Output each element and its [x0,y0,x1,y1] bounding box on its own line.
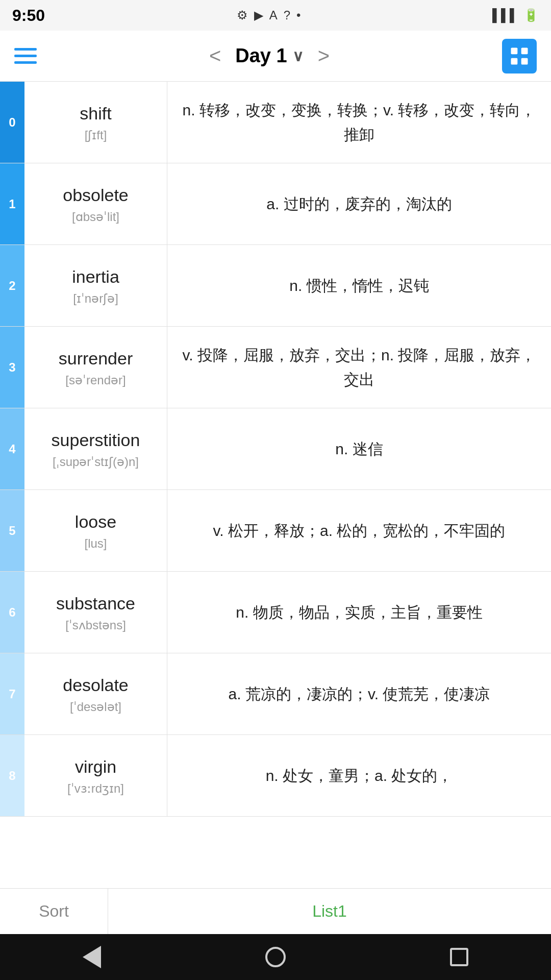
word-phonetic: [səˈrendər] [65,373,126,387]
word-index: 8 [0,735,24,816]
word-index: 2 [0,245,24,326]
word-cell: inertia[ɪˈnərʃə] [24,245,167,326]
grid-icon [508,45,531,67]
word-definition: v. 投降，屈服，放弃，交出；n. 投降，屈服，放弃，交出 [167,327,551,408]
table-row[interactable]: 5loose[lus]v. 松开，释放；a. 松的，宽松的，不牢固的 [0,490,551,572]
word-english: substance [56,592,135,615]
word-english: loose [75,510,116,533]
android-nav-bar [0,934,551,980]
nav-next-button[interactable]: > [310,44,338,67]
list1-tab[interactable]: List1 [108,889,551,934]
word-english: shift [80,102,111,125]
status-bar: 9:50 ⚙ ▶ A ? • ▌▌▌ 🔋 [0,0,551,31]
word-english: obsolete [63,184,129,206]
word-list: 0shift[ʃɪft]n. 转移，改变，变换，转换；v. 转移，改变，转向，推… [0,82,551,888]
play-icon: ▶ [254,8,263,22]
help-icon: ? [284,8,290,22]
word-index: 7 [0,653,24,734]
word-definition: n. 迷信 [167,408,551,489]
word-english: surrender [59,347,133,370]
nav-prev-button[interactable]: < [201,44,229,67]
word-phonetic: [lus] [84,536,107,551]
svg-rect-2 [511,58,518,64]
hamburger-menu-button[interactable] [14,48,37,64]
table-row[interactable]: 6substance[ˈsʌbstəns]n. 物质，物品，实质，主旨，重要性 [0,572,551,653]
word-cell: virgin[ˈvɜːrdʒɪn] [24,735,167,816]
word-definition: a. 过时的，废弃的，淘汰的 [167,163,551,244]
svg-rect-3 [521,58,528,64]
word-phonetic: [ɪˈnərʃə] [73,291,118,306]
recent-button[interactable] [444,942,474,972]
signal-icon: ▌▌▌ [492,8,518,22]
sort-tab[interactable]: Sort [0,889,108,934]
day-title-label: Day 1 [235,45,287,67]
word-phonetic: [ˈsʌbstəns] [65,618,126,632]
word-cell: desolate[ˈdesələt] [24,653,167,734]
word-index: 3 [0,327,24,408]
battery-icon: 🔋 [523,8,539,22]
home-icon [265,947,286,967]
table-row[interactable]: 8virgin[ˈvɜːrdʒɪn]n. 处女，童男；a. 处女的， [0,735,551,817]
settings-icon: ⚙ [237,8,248,22]
word-phonetic: [ˈvɜːrdʒɪn] [67,781,124,796]
word-phonetic: [ɑbsəˈlit] [72,210,119,224]
word-phonetic: [ʃɪft] [85,128,107,142]
word-index: 0 [0,82,24,163]
word-index: 4 [0,408,24,489]
table-row[interactable]: 0shift[ʃɪft]n. 转移，改变，变换，转换；v. 转移，改变，转向，推… [0,82,551,163]
table-row[interactable]: 2inertia[ɪˈnərʃə]n. 惯性，惰性，迟钝 [0,245,551,327]
word-definition: n. 处女，童男；a. 处女的， [167,735,551,816]
word-definition: n. 物质，物品，实质，主旨，重要性 [167,572,551,653]
recent-icon [450,948,468,966]
word-definition: v. 松开，释放；a. 松的，宽松的，不牢固的 [167,490,551,571]
word-cell: shift[ʃɪft] [24,82,167,163]
font-icon: A [269,8,278,22]
word-cell: obsolete[ɑbsəˈlit] [24,163,167,244]
word-english: desolate [63,674,129,696]
word-definition: n. 惯性，惰性，迟钝 [167,245,551,326]
nav-title[interactable]: Day 1 ∨ [235,45,303,67]
chevron-down-icon: ∨ [292,47,304,65]
list1-tab-label: List1 [312,902,347,921]
sort-tab-label: Sort [39,902,69,921]
table-row[interactable]: 1obsolete[ɑbsəˈlit]a. 过时的，废弃的，淘汰的 [0,163,551,245]
word-english: virgin [75,755,116,778]
home-button[interactable] [260,942,291,972]
svg-rect-0 [511,47,518,54]
nav-title-area: < Day 1 ∨ > [201,44,338,67]
word-index: 5 [0,490,24,571]
status-icons: ⚙ ▶ A ? • [237,8,301,22]
word-index: 1 [0,163,24,244]
word-cell: superstition[ˌsupərˈstɪʃ(ə)n] [24,408,167,489]
word-definition: a. 荒凉的，凄凉的；v. 使荒芜，使凄凉 [167,653,551,734]
grid-view-button[interactable] [502,39,537,74]
status-time: 9:50 [12,6,45,25]
word-phonetic: [ˌsupərˈstɪʃ(ə)n] [53,455,139,469]
word-english: inertia [72,265,119,288]
word-cell: loose[lus] [24,490,167,571]
table-row[interactable]: 3surrender[səˈrendər]v. 投降，屈服，放弃，交出；n. 投… [0,327,551,408]
word-definition: n. 转移，改变，变换，转换；v. 转移，改变，转向，推卸 [167,82,551,163]
word-phonetic: [ˈdesələt] [70,700,121,714]
table-row[interactable]: 4superstition[ˌsupərˈstɪʃ(ə)n]n. 迷信 [0,408,551,490]
svg-rect-1 [521,47,528,54]
back-icon [83,946,101,968]
table-row[interactable]: 7desolate[ˈdesələt]a. 荒凉的，凄凉的；v. 使荒芜，使凄凉 [0,653,551,735]
back-button[interactable] [77,942,107,972]
dot-icon: • [296,8,300,22]
word-cell: substance[ˈsʌbstəns] [24,572,167,653]
status-right-icons: ▌▌▌ 🔋 [492,8,539,22]
word-cell: surrender[səˈrendər] [24,327,167,408]
word-english: superstition [52,429,140,451]
word-index: 6 [0,572,24,653]
bottom-tab-bar: Sort List1 [0,888,551,934]
nav-bar: < Day 1 ∨ > [0,31,551,82]
